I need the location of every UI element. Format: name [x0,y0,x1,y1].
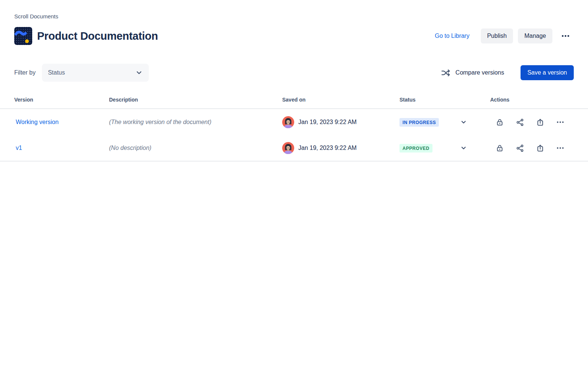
logo-dot [25,39,29,43]
row-more-button[interactable] [556,144,565,153]
ellipsis-icon [556,118,565,127]
breadcrumb: Scroll Documents [14,0,574,20]
version-link[interactable]: Working version [14,119,58,125]
share-version-button[interactable] [515,144,524,153]
chevron-down-icon [135,69,143,76]
export-icon [536,144,545,153]
export-icon [536,118,545,127]
saved-on-date: Jan 19, 2023 9:22 AM [298,145,357,151]
chevron-down-icon [460,119,467,126]
row-more-button[interactable] [556,118,565,127]
version-description: (No description) [109,145,282,151]
version-link[interactable]: v1 [14,145,22,151]
status-filter-select[interactable]: Status [42,64,149,82]
compare-versions-label: Compare versions [455,69,504,76]
page-title: Product Documentation [37,30,158,42]
column-header-saved-on: Saved on [282,97,399,103]
save-a-version-button[interactable]: Save a version [521,65,574,80]
lock-version-button[interactable] [495,144,504,153]
page-header: Product Documentation Go to Library Publ… [14,27,574,45]
saved-on-date: Jan 19, 2023 9:22 AM [298,119,357,126]
publish-button[interactable]: Publish [481,28,513,43]
column-header-actions: Actions [490,97,574,103]
share-icon [516,118,524,127]
export-version-button[interactable] [536,118,545,127]
lock-icon [495,144,504,153]
table-row: v1 (No description) Ja [0,135,588,162]
status-dropdown-button[interactable] [459,117,468,127]
document-logo-icon [14,27,32,45]
share-version-button[interactable] [515,118,524,127]
compare-versions-button[interactable]: Compare versions [441,68,504,78]
status-dropdown-button[interactable] [459,143,468,153]
logo-wave-icon [14,27,32,45]
share-icon [516,144,524,153]
status-badge: APPROVED [399,144,432,153]
column-header-version: Version [14,97,109,103]
ellipsis-icon [560,31,571,41]
chevron-down-icon [460,145,467,151]
status-badge: IN PROGRESS [399,118,439,127]
toolbar: Filter by Status Compare versions Save a… [14,64,574,82]
versions-table: Version Description Saved on Status Acti… [0,97,588,162]
shuffle-icon [441,68,451,78]
user-avatar [282,142,294,154]
scroll-documents-page: Scroll Documents Product Documentation G… [0,0,588,374]
status-filter-value: Status [48,69,65,76]
lock-icon [495,118,504,127]
ellipsis-icon [556,144,565,153]
go-to-library-link[interactable]: Go to Library [435,33,469,39]
filter-by-label: Filter by [14,69,36,76]
manage-button[interactable]: Manage [518,28,552,43]
column-header-description: Description [109,97,282,103]
user-avatar [282,116,294,128]
header-more-button[interactable] [557,28,574,43]
version-description: (The working version of the document) [109,119,282,126]
table-row: Working version (The working version of … [0,109,588,135]
column-header-status: Status [399,97,490,103]
lock-version-button[interactable] [495,118,504,127]
table-header-row: Version Description Saved on Status Acti… [0,97,588,109]
export-version-button[interactable] [536,144,545,153]
